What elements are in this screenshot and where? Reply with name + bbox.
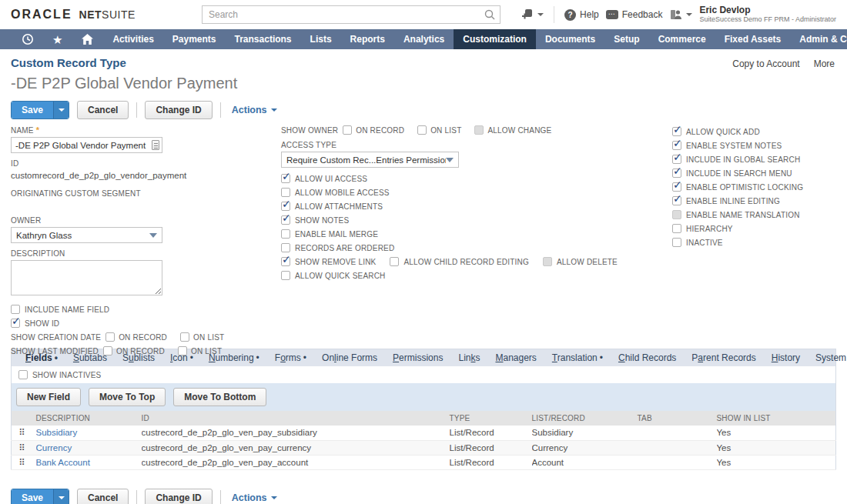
checkbox-owner-on-list[interactable] (417, 125, 427, 135)
nav-item-commerce[interactable]: Commerce (649, 29, 715, 49)
nav-item-admin-controls[interactable]: Admin & Controls (GRC) (790, 29, 847, 49)
checkbox-inactive[interactable]: INACTIVE (672, 238, 842, 247)
nav-item-analytics[interactable]: Analytics (394, 29, 454, 49)
checkbox-box[interactable] (11, 305, 20, 314)
tab-child-records[interactable]: Child Records• (611, 352, 684, 363)
checkbox-box[interactable] (281, 215, 290, 225)
checkbox-box[interactable] (672, 141, 681, 150)
checkbox-allow-mobile-access[interactable]: ALLOW MOBILE ACCESS (281, 188, 658, 197)
description-textarea[interactable] (11, 260, 162, 295)
nav-item-setup[interactable]: Setup (604, 29, 648, 49)
global-search-input[interactable] (202, 5, 500, 24)
tab-translation[interactable]: Translation• (544, 352, 611, 363)
nav-item-fixed-assets[interactable]: Fixed Assets (715, 29, 791, 49)
field-link[interactable]: Currency (36, 443, 72, 452)
checkbox-box[interactable] (672, 182, 681, 192)
checkbox-box[interactable] (672, 210, 681, 219)
search-icon[interactable] (484, 9, 495, 20)
drag-handle-icon[interactable]: ⠿ (12, 455, 36, 469)
tab-links[interactable]: Links• (450, 352, 487, 363)
checkbox-hierarchy[interactable]: HIERARCHY (672, 224, 842, 233)
checkbox-box[interactable] (672, 127, 681, 136)
checkbox-box[interactable] (672, 155, 681, 164)
checkbox-box[interactable] (281, 174, 290, 183)
checkbox-box[interactable] (281, 229, 290, 239)
checkbox-show-remove-link[interactable] (281, 257, 290, 266)
checkbox-creation-on-list[interactable] (180, 332, 189, 342)
new-field-button[interactable]: New Field (16, 388, 81, 406)
tab-history[interactable]: History• (764, 352, 808, 363)
checkbox-records-are-ordered[interactable]: RECORDS ARE ORDERED (281, 243, 658, 252)
copy-to-account-link[interactable]: Copy to Account (732, 58, 799, 69)
nav-item-lists[interactable]: Lists (301, 29, 341, 49)
nav-item-payments[interactable]: Payments (163, 29, 226, 49)
actions-menu-bottom[interactable]: Actions (232, 492, 277, 503)
shortcuts-star-icon[interactable]: ★ (43, 29, 72, 49)
change-id-button-top[interactable]: Change ID (145, 101, 212, 119)
actions-menu-top[interactable]: Actions (232, 105, 277, 115)
home-icon[interactable] (72, 29, 103, 49)
owner-select[interactable]: Kathryn Glass (11, 227, 162, 243)
checkbox-allow-change[interactable] (474, 125, 484, 135)
checkbox-box[interactable] (672, 224, 681, 233)
checkbox-box[interactable] (11, 319, 20, 328)
save-button-bottom[interactable]: Save (11, 489, 69, 504)
field-link[interactable]: Subsidiary (36, 428, 78, 437)
checkbox-box[interactable] (672, 238, 681, 247)
checkbox-enable-mail-merge[interactable]: ENABLE MAIL MERGE (281, 229, 658, 239)
tab-system-notes[interactable]: System Notes• (808, 352, 847, 363)
checkbox-box[interactable] (281, 202, 290, 211)
checkbox-include-in-global-search[interactable]: INCLUDE IN GLOBAL SEARCH (672, 155, 842, 164)
checkbox-box[interactable] (672, 169, 681, 178)
name-input[interactable] (11, 137, 162, 153)
nav-item-reports[interactable]: Reports (341, 29, 394, 49)
checkbox-modified-on-record[interactable] (103, 346, 112, 355)
drag-handle-icon[interactable]: ⠿ (12, 440, 36, 455)
help-link[interactable]: ? Help (564, 9, 599, 21)
tab-online-forms[interactable]: Online Forms• (314, 352, 385, 363)
nav-item-customization[interactable]: Customization (454, 29, 536, 49)
drag-handle-icon[interactable]: ⠿ (12, 426, 36, 440)
save-dropdown-button[interactable] (53, 489, 69, 504)
checkbox-allow-quick-search[interactable]: ALLOW QUICK SEARCH (281, 271, 658, 280)
tab-managers[interactable]: Managers• (487, 352, 544, 363)
checkbox-allow-quick-add[interactable]: ALLOW QUICK ADD (672, 127, 842, 136)
nav-item-documents[interactable]: Documents (536, 29, 604, 49)
checkbox-creation-on-record[interactable] (105, 332, 115, 342)
checkbox-box[interactable] (672, 196, 681, 205)
checkbox-allow-child-record-editing[interactable] (390, 257, 399, 266)
user-roles-menu[interactable] (669, 8, 692, 21)
save-button-top[interactable]: Save (11, 101, 69, 119)
feedback-link[interactable]: ⋯ Feedback (606, 9, 663, 20)
checkbox-include-in-search-menu[interactable]: INCLUDE IN SEARCH MENU (672, 169, 842, 178)
more-link[interactable]: More (814, 58, 835, 69)
checkbox-box[interactable] (281, 188, 290, 197)
tab-parent-records[interactable]: Parent Records• (684, 352, 763, 363)
oracle-netsuite-logo[interactable]: ORACLE NET SUITE (11, 8, 136, 22)
checkbox-enable-inline-editing[interactable]: ENABLE INLINE EDITING (672, 196, 842, 205)
checkbox-box[interactable] (281, 243, 290, 252)
recent-records-icon[interactable] (12, 29, 43, 49)
field-link[interactable]: Bank Account (36, 458, 90, 467)
nav-item-transactions[interactable]: Transactions (226, 29, 301, 49)
access-type-select[interactable]: Require Custom Rec...Entries Permission (281, 152, 459, 168)
tab-forms[interactable]: Forms• (267, 352, 314, 363)
popup-editor-icon[interactable] (152, 140, 159, 150)
checkbox-enable-name-translation[interactable]: ENABLE NAME TRANSLATION (672, 210, 842, 219)
checkbox-enable-optimistic-locking[interactable]: ENABLE OPTIMISTIC LOCKING (672, 182, 842, 192)
checkbox-show-notes[interactable]: SHOW NOTES (281, 215, 658, 225)
move-to-top-button[interactable]: Move To Top (89, 388, 166, 406)
checkbox-allow-ui-access[interactable]: ALLOW UI ACCESS (281, 174, 658, 183)
checkbox-box[interactable] (281, 271, 290, 280)
change-id-button-bottom[interactable]: Change ID (145, 489, 212, 504)
checkbox-owner-on-record[interactable] (343, 125, 352, 135)
checkbox-allow-delete[interactable] (543, 257, 552, 266)
save-dropdown-button[interactable] (53, 102, 69, 118)
cancel-button-bottom[interactable]: Cancel (77, 489, 129, 504)
checkbox-enable-system-notes[interactable]: ENABLE SYSTEM NOTES (672, 141, 842, 150)
user-info[interactable]: Eric Devlop SuiteSuccess Demo FF PRM - A… (699, 5, 836, 24)
checkbox-show-id[interactable]: SHOW ID (11, 319, 273, 328)
checkbox-allow-attachments[interactable]: ALLOW ATTACHMENTS (281, 202, 658, 211)
checkbox-include-name-field[interactable]: INCLUDE NAME FIELD (11, 305, 273, 314)
quick-add-menu[interactable] (521, 8, 544, 21)
